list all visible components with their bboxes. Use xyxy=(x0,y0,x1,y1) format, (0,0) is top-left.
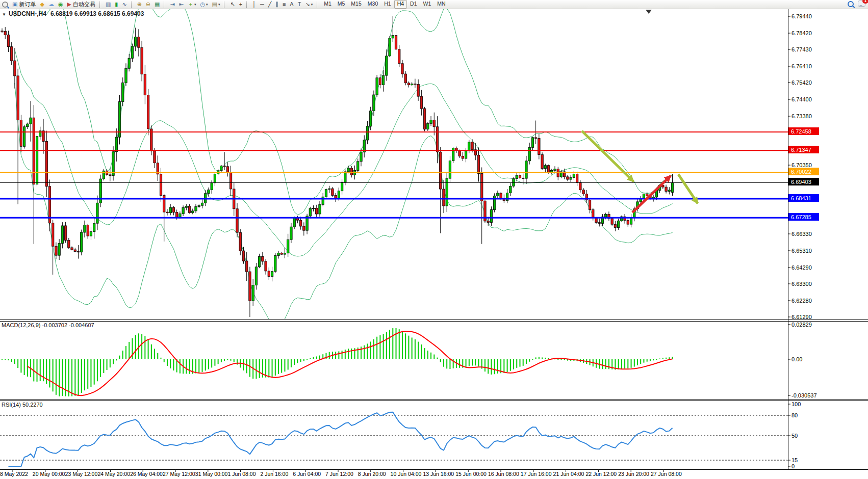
line-chart-icon[interactable]: ∿ xyxy=(120,0,129,9)
equidistant-channel-icon[interactable]: ∥ xyxy=(273,0,280,9)
macd-indicator-label: MACD(12,26,9) -0.003702 -0.004607 xyxy=(2,322,94,328)
horizontal-line-icon: ─ xyxy=(260,1,264,8)
time-tick-label: 27 May 12:00 xyxy=(163,471,195,477)
symbol-dropdown-icon[interactable]: ▼ xyxy=(2,12,6,17)
profiles-icon[interactable]: ◷▾ xyxy=(198,0,210,9)
bar-chart-icon[interactable]: ▥ xyxy=(104,0,113,9)
cursor-icon[interactable]: ↖ xyxy=(228,0,237,9)
autoscroll-icon[interactable]: ⇥ xyxy=(168,0,176,9)
price-tick-label: 6.62280 xyxy=(792,298,812,304)
chart-shift-icon[interactable]: ⇤ xyxy=(177,0,186,9)
timeframe-d1[interactable]: D1 xyxy=(407,0,420,9)
timeframe-m15[interactable]: M15 xyxy=(348,0,364,9)
templates-icon: ▤ xyxy=(212,1,217,8)
timeframe-m1[interactable]: M1 xyxy=(321,0,335,9)
trendline-icon: ╱ xyxy=(268,1,272,8)
templates-icon[interactable]: ▤▾ xyxy=(210,0,222,9)
toolbar-separator xyxy=(131,2,134,8)
price-tick-label: 6.61290 xyxy=(792,314,812,320)
horizontal-line-icon[interactable]: ─ xyxy=(258,0,266,9)
timeframe-m5[interactable]: M5 xyxy=(335,0,348,9)
indicator-tick-label: 50 xyxy=(792,433,798,439)
fibonacci-icon[interactable]: ≡ xyxy=(280,0,288,9)
time-tick-label: 7 Jun 12:00 xyxy=(325,471,353,477)
notification-badge: 1 xyxy=(862,0,868,4)
time-tick-label: 15 Jun 00:00 xyxy=(455,471,487,477)
profiles-icon: ◷ xyxy=(200,1,205,8)
indicator-axis[interactable]: 0.028290.00-0.0305371008050150 xyxy=(788,322,817,469)
toolbar-separator xyxy=(317,2,319,8)
chart-canvas[interactable]: 6.794406.784206.774306.764106.754206.744… xyxy=(0,0,868,479)
text-icon[interactable]: A xyxy=(288,0,295,9)
price-badge-label: 6.68431 xyxy=(791,195,811,201)
community-icon[interactable]: ☁ xyxy=(46,0,56,9)
dropdown-caret-icon[interactable]: ▾ xyxy=(206,3,208,7)
down-arrow-1[interactable] xyxy=(582,131,633,181)
price-tick-label: 6.74400 xyxy=(792,96,812,102)
text-icon: A xyxy=(290,1,293,8)
price-badge-label: 6.70022 xyxy=(791,169,811,175)
price-tick-label: 6.66330 xyxy=(792,231,812,237)
chart-title: ▼USDCNH-,H46.68819 6.69913 6.68615 6.694… xyxy=(2,10,144,17)
price-tick-label: 6.65310 xyxy=(792,248,812,254)
indicator-tick-label: 0 xyxy=(792,463,795,469)
time-tick-label: 17 Jun 16:00 xyxy=(521,471,552,477)
new-order-button: ▣ xyxy=(12,1,17,8)
timeframe-h1[interactable]: H1 xyxy=(381,0,394,9)
new-order-button[interactable]: ▣新订单 xyxy=(10,0,38,9)
fibonacci-icon: ≡ xyxy=(283,1,286,8)
zoom-out-icon[interactable]: ⊖ xyxy=(144,0,152,9)
time-tick-label: 31 May 00:00 xyxy=(195,471,228,477)
zoom-out-icon: ⊖ xyxy=(146,1,150,8)
toolbar-separator xyxy=(164,2,166,8)
crosshair-icon[interactable]: + xyxy=(237,0,244,9)
price-tick-label: 6.78420 xyxy=(792,30,812,36)
community-icon: ☁ xyxy=(48,1,54,8)
zoom-in-icon[interactable]: ⊕ xyxy=(135,0,144,9)
candlestick-icon[interactable]: ▮ xyxy=(113,0,120,9)
timeframe-m30[interactable]: M30 xyxy=(365,0,381,9)
search-icon[interactable] xyxy=(848,1,854,7)
arrows-icon[interactable]: ↘▾ xyxy=(303,0,315,9)
price-badge-label: 6.69403 xyxy=(791,179,811,185)
equidistant-channel-icon: ∥ xyxy=(275,1,278,8)
time-axis[interactable]: 8 May 202220 May 00:0023 May 12:0024 May… xyxy=(0,470,682,477)
dropdown-caret-icon[interactable]: ▾ xyxy=(311,3,313,7)
cursor-icon: ↖ xyxy=(230,1,235,8)
price-tick-label: 6.75420 xyxy=(792,79,812,86)
indicator-tick-label: 0.00 xyxy=(792,356,802,362)
time-tick-label: 16 Jun 08:00 xyxy=(488,471,519,477)
price-tick-label: 6.77430 xyxy=(792,46,812,52)
price-tick-label: 6.70350 xyxy=(792,162,812,168)
rsi-indicator-label: RSI(14) 50.2270 xyxy=(2,402,43,408)
text-label-icon[interactable]: T xyxy=(296,0,303,9)
autotrading-button-label: 自动交易 xyxy=(73,1,95,8)
notifications-icon[interactable]: 1 xyxy=(858,1,865,8)
time-tick-label: 20 May 00:00 xyxy=(33,471,65,477)
dropdown-caret-icon[interactable]: ▾ xyxy=(194,3,196,7)
indicator-tick-label: 15 xyxy=(792,457,798,463)
autotrading-button[interactable]: ▶自动交易 xyxy=(65,0,97,9)
signals-icon: ◉ xyxy=(58,1,63,8)
tile-windows-icon[interactable]: ▦ xyxy=(152,0,162,9)
vertical-line-icon[interactable]: │ xyxy=(250,0,258,9)
metaeditor-icon[interactable]: ◆ xyxy=(38,0,46,9)
bar-chart-icon: ▥ xyxy=(106,1,111,8)
arrows-icon: ↘ xyxy=(305,1,310,8)
line-chart-icon: ∿ xyxy=(122,1,126,8)
new-chart-icon: ＋ xyxy=(188,1,193,8)
signals-icon[interactable]: ◉ xyxy=(56,0,65,9)
toolbar-separator xyxy=(246,2,249,8)
price-axis[interactable]: 6.794406.784206.774306.764106.754206.744… xyxy=(788,13,819,320)
new-chart-icon[interactable]: ＋▾ xyxy=(186,0,198,9)
tile-windows-icon: ▦ xyxy=(155,1,160,8)
dropdown-caret-icon[interactable]: ▾ xyxy=(218,3,220,7)
vertical-line-icon: │ xyxy=(252,1,256,8)
symbol-search-icon[interactable] xyxy=(0,0,10,9)
indicator-tick-label: 0.02829 xyxy=(792,322,812,328)
timeframe-w1[interactable]: W1 xyxy=(420,0,435,9)
trendline-icon[interactable]: ╱ xyxy=(266,0,274,9)
chart-shift-marker[interactable] xyxy=(646,10,652,14)
timeframe-h4[interactable]: H4 xyxy=(394,0,407,9)
timeframe-mn[interactable]: MN xyxy=(434,0,448,9)
